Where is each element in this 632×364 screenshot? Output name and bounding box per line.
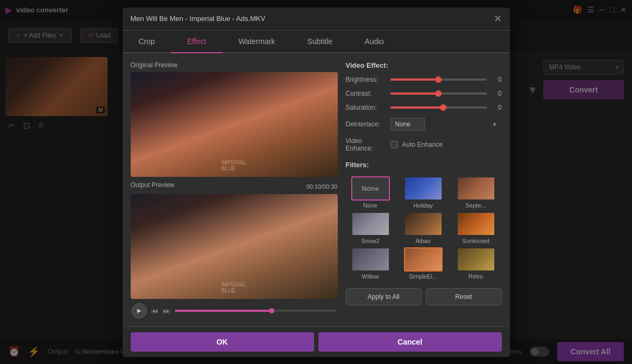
deinterlace-select-wrapper: None ▼ (390, 118, 502, 131)
brightness-thumb (435, 76, 442, 83)
deinterlace-row: Deinterlace: None ▼ (346, 118, 502, 131)
tab-subtitle[interactable]: Subtitle (291, 31, 349, 53)
apply-all-button[interactable]: Apply to All (346, 288, 422, 305)
modal-footer: OK Cancel (123, 326, 510, 357)
filter-simple-thumb (404, 247, 443, 272)
filter-sunkissed[interactable]: Sunkissed (451, 212, 501, 244)
saturation-value: 0 (491, 104, 502, 111)
video-effect-title: Video Effect: (346, 61, 502, 69)
deinterlace-label: Deinterlace: (346, 120, 386, 128)
output-watermark: IMPERIALBLUE (222, 282, 247, 294)
filter-simple-inner (405, 248, 442, 270)
tab-audio[interactable]: Audio (349, 31, 400, 53)
filter-snow2[interactable]: Snow2 (346, 212, 395, 244)
filter-none-thumb: None (351, 176, 390, 201)
saturation-slider[interactable] (390, 106, 487, 109)
filter-retro-thumb (457, 247, 495, 272)
filter-simple-label: SimpleEl... (409, 273, 437, 280)
progress-thumb (269, 308, 274, 313)
contrast-fill (390, 92, 439, 95)
filter-snow2-thumb (351, 212, 390, 236)
preview-timestamp: 00:10/00:30 (306, 183, 337, 190)
saturation-fill (390, 106, 443, 109)
filter-retro[interactable]: Retro (451, 247, 501, 280)
play-button[interactable]: ▶ (132, 303, 147, 318)
preview-spacer (131, 177, 338, 181)
contrast-row: Contrast: 0 (346, 90, 502, 97)
saturation-thumb (440, 104, 446, 111)
filter-holiday[interactable]: Holiday (399, 176, 448, 209)
deinterlace-select[interactable]: None (390, 118, 425, 131)
modal-titlebar: Men Will Be Men - Imperial Blue - Ads.MK… (123, 8, 510, 31)
modal-overlay: Men Will Be Men - Imperial Blue - Ads.MK… (0, 0, 632, 364)
modal-title: Men Will Be Men - Imperial Blue - Ads.MK… (131, 15, 266, 23)
filter-aibao-label: Aibao (415, 238, 430, 244)
preview-section: Original Preview IMPERIALBLUE Output Pre… (131, 61, 338, 318)
filter-septe-inner (458, 177, 494, 199)
filter-snow2-label: Snow2 (361, 238, 380, 244)
tab-crop[interactable]: Crop (123, 31, 171, 53)
brightness-label: Brightness: (346, 76, 386, 83)
saturation-row: Saturation: 0 (346, 104, 502, 111)
filter-willow-inner (352, 248, 389, 270)
output-preview-video: IMPERIALBLUE (131, 194, 338, 299)
brightness-value: 0 (491, 76, 502, 83)
filter-retro-label: Retro (468, 273, 483, 280)
contrast-slider[interactable] (390, 92, 487, 95)
output-preview-label: Output Preview (131, 181, 175, 189)
filter-none[interactable]: None None (346, 176, 395, 209)
original-preview-video: IMPERIALBLUE (131, 72, 338, 177)
filter-aibao[interactable]: Aibao (399, 212, 448, 244)
auto-enhance-checkbox[interactable] (390, 141, 398, 148)
video-enhance-row: Video Enhance: Auto Enhance (346, 137, 502, 152)
next-frame-button[interactable]: ⏭ (163, 306, 171, 315)
filter-sunkissed-inner (458, 213, 494, 235)
modal-content: Original Preview IMPERIALBLUE Output Pre… (123, 53, 510, 326)
brightness-slider[interactable] (390, 78, 487, 81)
filter-willow-thumb (351, 247, 390, 272)
progress-bar[interactable] (175, 310, 337, 312)
original-watermark: IMPERIALBLUE (222, 160, 247, 172)
filter-sunkissed-thumb (457, 212, 495, 236)
brightness-fill (390, 78, 439, 81)
filter-septe[interactable]: Septe... (451, 176, 501, 209)
prev-frame-button[interactable]: ⏮ (151, 306, 159, 315)
filter-holiday-inner (405, 177, 442, 199)
filter-willow[interactable]: Willow (346, 247, 395, 280)
tab-watermark[interactable]: Watermark (222, 31, 291, 53)
ok-button[interactable]: OK (131, 332, 314, 352)
brightness-row: Brightness: 0 (346, 76, 502, 83)
filters-grid: None None Holiday (346, 176, 502, 280)
filter-willow-label: Willow (362, 273, 379, 280)
filter-snow2-inner (352, 213, 389, 235)
original-preview-label: Original Preview (131, 61, 338, 69)
tab-effect[interactable]: Effect (171, 31, 223, 53)
playback-controls: ▶ ⏮ ⏭ (131, 303, 338, 318)
filter-aibao-inner (405, 213, 442, 235)
modal-dialog: Men Will Be Men - Imperial Blue - Ads.MK… (123, 8, 510, 357)
filters-title: Filters: (346, 161, 502, 169)
filter-septe-label: Septe... (466, 202, 486, 209)
cancel-button[interactable]: Cancel (318, 332, 502, 352)
deinterlace-arrow-icon: ▼ (492, 121, 498, 127)
video-enhance-label: Video Enhance: (346, 137, 386, 152)
filter-none-label: None (363, 202, 377, 209)
filter-sunkissed-label: Sunkissed (462, 238, 489, 244)
filter-holiday-label: Holiday (413, 202, 433, 209)
progress-fill (175, 310, 272, 312)
filter-retro-inner (458, 248, 494, 270)
modal-close-button[interactable]: ✕ (494, 14, 502, 24)
filter-holiday-thumb (404, 176, 443, 201)
effects-section: Video Effect: Brightness: 0 Contrast: (346, 61, 502, 318)
contrast-value: 0 (491, 90, 502, 97)
modal-actions: Apply to All Reset (346, 288, 502, 305)
contrast-label: Contrast: (346, 90, 386, 97)
filter-simple[interactable]: SimpleEl... (399, 247, 448, 280)
filter-none-inner: None (352, 177, 389, 199)
saturation-label: Saturation: (346, 104, 386, 111)
contrast-thumb (435, 90, 442, 97)
filter-aibao-thumb (404, 212, 443, 236)
filter-septe-thumb (457, 176, 495, 201)
reset-button[interactable]: Reset (426, 288, 502, 305)
auto-enhance-label: Auto Enhance (402, 141, 443, 148)
